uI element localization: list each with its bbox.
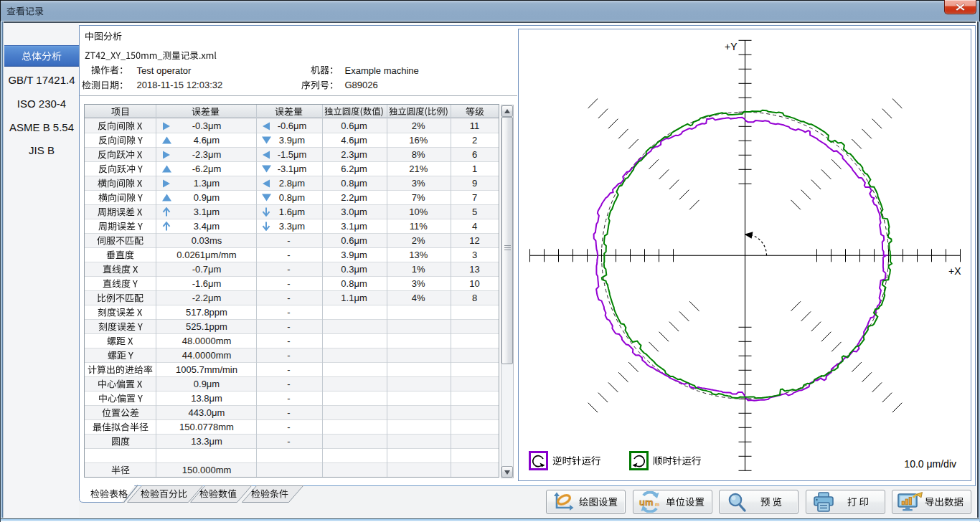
- svg-text:10.0 μm/div: 10.0 μm/div: [904, 458, 956, 470]
- svg-text:+X: +X: [948, 265, 961, 277]
- svg-text:m: m: [655, 502, 659, 507]
- svg-text:um: um: [639, 497, 654, 508]
- svg-text:+Y: +Y: [725, 41, 738, 52]
